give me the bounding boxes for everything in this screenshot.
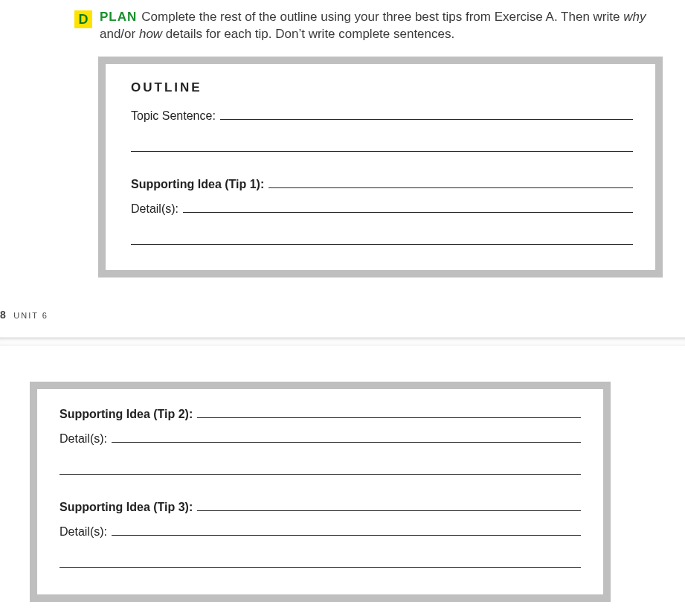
tip1-label: Supporting Idea (Tip 1): xyxy=(131,178,264,191)
unit-label: UNIT 6 xyxy=(13,311,48,320)
tip1-details-input-line-2[interactable] xyxy=(131,234,633,245)
tip3-input-line[interactable] xyxy=(197,500,581,511)
page-footer: 8 UNIT 6 xyxy=(0,277,685,337)
outline-panel-lower-wrap: Supporting Idea (Tip 2): Detail(s): Supp… xyxy=(0,346,685,616)
how-word: how xyxy=(139,27,162,41)
outline-panel-lower: Supporting Idea (Tip 2): Detail(s): Supp… xyxy=(30,382,611,602)
why-word: why xyxy=(623,10,646,24)
instructions-text-2: details for each tip. Don’t write comple… xyxy=(162,27,454,41)
topic-sentence-input-line[interactable] xyxy=(220,109,633,120)
plan-label: PLAN xyxy=(100,10,137,24)
topic-sentence-label: Topic Sentence: xyxy=(131,109,216,123)
topic-sentence-input-line-2[interactable] xyxy=(131,141,633,152)
tip3-details-input-line-2[interactable] xyxy=(60,556,581,568)
instructions-text-1: Complete the rest of the outline using y… xyxy=(141,10,623,24)
page-divider xyxy=(0,337,685,346)
tip2-details-input-line-2[interactable] xyxy=(60,463,581,475)
exercise-instructions: PLANComplete the rest of the outline usi… xyxy=(100,9,665,43)
tip2-label: Supporting Idea (Tip 2): xyxy=(60,408,193,421)
exercise-letter-badge: D xyxy=(74,10,92,28)
outline-panel-upper-wrap: OUTLINE Topic Sentence: Supporting Idea … xyxy=(0,49,685,277)
tip3-details-input-line[interactable] xyxy=(112,524,581,536)
tip3-label: Supporting Idea (Tip 3): xyxy=(60,501,193,514)
tip2-row: Supporting Idea (Tip 2): xyxy=(60,407,581,421)
tip1-input-line[interactable] xyxy=(268,177,633,188)
tip3-details-label: Detail(s): xyxy=(60,525,107,539)
page: D PLANComplete the rest of the outline u… xyxy=(0,0,685,616)
topic-sentence-row: Topic Sentence: xyxy=(131,109,633,123)
tip1-details-row: Detail(s): xyxy=(131,202,633,216)
tip1-details-input-line[interactable] xyxy=(183,202,633,213)
exercise-header: D PLANComplete the rest of the outline u… xyxy=(0,0,685,49)
tip1-details-label: Detail(s): xyxy=(131,202,179,216)
instructions-andor: and/or xyxy=(100,27,139,41)
outline-title: OUTLINE xyxy=(131,80,633,95)
tip2-details-label: Detail(s): xyxy=(60,432,107,446)
tip3-row: Supporting Idea (Tip 3): xyxy=(60,500,581,514)
page-number: 8 xyxy=(0,309,6,321)
tip1-row: Supporting Idea (Tip 1): xyxy=(131,177,633,191)
tip3-details-row: Detail(s): xyxy=(60,524,581,539)
tip2-details-input-line[interactable] xyxy=(112,431,581,443)
tip2-input-line[interactable] xyxy=(197,407,581,418)
outline-panel-upper: OUTLINE Topic Sentence: Supporting Idea … xyxy=(98,57,663,277)
tip2-details-row: Detail(s): xyxy=(60,431,581,446)
